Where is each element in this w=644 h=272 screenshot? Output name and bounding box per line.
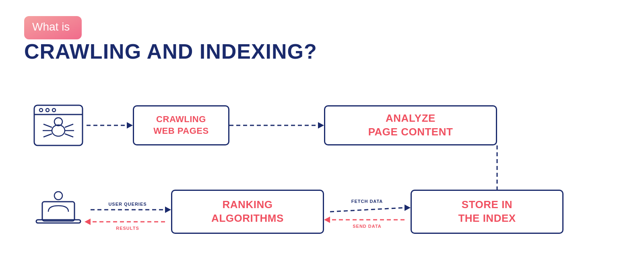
svg-text:SEND DATA: SEND DATA <box>353 224 382 229</box>
header: What is CRAWLING AND INDEXING? <box>24 16 620 63</box>
svg-marker-13 <box>85 219 91 225</box>
user-icon <box>32 190 85 235</box>
diagram: FETCH DATA SEND DATA USER QUERIES RESULT… <box>24 83 620 252</box>
svg-line-27 <box>43 134 52 137</box>
svg-line-30 <box>65 134 73 137</box>
svg-point-20 <box>39 108 43 112</box>
svg-line-25 <box>43 124 52 127</box>
svg-marker-1 <box>127 122 133 129</box>
svg-point-22 <box>52 108 56 112</box>
svg-marker-9 <box>324 217 330 223</box>
svg-text:RESULTS: RESULTS <box>116 226 139 231</box>
svg-marker-7 <box>405 205 411 211</box>
ranking-algorithms-label: RANKINGALGORITHMS <box>211 198 284 225</box>
svg-line-6 <box>330 208 405 212</box>
spider-browser-icon <box>32 103 85 149</box>
header-title: CRAWLING AND INDEXING? <box>24 40 317 63</box>
svg-rect-32 <box>42 202 74 221</box>
ranking-algorithms-box: RANKINGALGORITHMS <box>171 190 324 234</box>
crawling-web-pages-label: CRAWLINGWEB PAGES <box>153 114 208 137</box>
svg-text:USER QUERIES: USER QUERIES <box>108 202 147 207</box>
store-in-index-label: STORE INTHE INDEX <box>458 198 516 225</box>
page-container: What is CRAWLING AND INDEXING? <box>0 0 644 272</box>
header-tag: What is <box>24 16 82 39</box>
analyze-page-content-label: ANALYZEPAGE CONTENT <box>368 112 453 139</box>
svg-line-28 <box>65 124 73 127</box>
store-in-index-box: STORE INTHE INDEX <box>411 190 564 234</box>
crawling-web-pages-box: CRAWLINGWEB PAGES <box>133 105 229 145</box>
svg-point-21 <box>46 108 49 112</box>
svg-marker-11 <box>165 207 171 213</box>
svg-text:FETCH DATA: FETCH DATA <box>351 199 383 204</box>
analyze-page-content-box: ANALYZEPAGE CONTENT <box>324 105 497 145</box>
svg-marker-3 <box>318 122 324 129</box>
header-tag-text: What is <box>32 20 70 33</box>
svg-point-33 <box>54 192 62 200</box>
svg-point-23 <box>52 125 65 136</box>
